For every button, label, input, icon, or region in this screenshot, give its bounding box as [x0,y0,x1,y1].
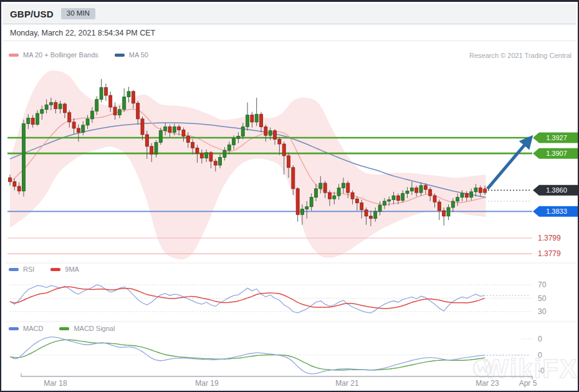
chart-datetime: Monday, March 22, 2021 8:54:34 PM CET [10,29,155,37]
price-tag-label: 1.3860 [546,186,567,194]
price-tag-label: 1.3833 [546,208,567,215]
price-tag-1.3927: 1.3927 [533,133,579,143]
x-axis: Mar 18Mar 19Mar 21Mar 23Apr 5 [21,373,537,388]
chart-header: GBP/USD 30 MIN [2,4,577,24]
legend-label: 9MA [65,265,79,273]
x-axis-label-mar-19: Mar 19 [195,379,219,388]
legend-label: MACD Signal [74,325,115,332]
macd-panel: 00-0 [10,335,545,376]
macd-signal-swatch [59,327,69,330]
x-axis-label-mar-21: Mar 21 [335,379,359,388]
macd-tick-label: 0 [538,335,542,343]
main-legend: MA 20 + Bollinger Bands MA 50 [9,51,165,59]
macd-line [10,337,485,374]
rsi-legend: RSI 9MA [9,265,95,273]
legend-item-rsi: RSI [9,265,34,273]
legend-item-macd-signal: MACD Signal [59,325,115,332]
candle-down [438,199,441,220]
date-row: Monday, March 22, 2021 8:54:34 PM CET [2,25,577,41]
candle-up [246,102,249,130]
timeframe-badge: 30 MIN [61,8,95,19]
ma50-swatch [115,54,125,57]
price-tag-1.3833: 1.3833 [533,206,579,217]
candle-down [296,187,299,221]
legend-label: MACD [23,325,43,332]
legend-label: MA 20 + Bollinger Bands [23,51,98,59]
level-label-1.3799: 1.3799 [538,234,561,242]
rsi-swatch [9,268,19,271]
rsi-panel: 705030 [10,280,547,316]
x-axis-label-mar-23: Mar 23 [476,379,499,388]
candle-up [123,88,126,112]
main-price-panel [7,70,532,259]
research-credit: Research © 2021 Trading Central [469,52,572,59]
forecast-arrow [487,138,530,189]
candle-up [22,120,25,196]
bollinger-band-area [10,70,486,259]
last-price-dot [483,188,487,192]
rsi-tick-label: 70 [538,280,547,289]
ma20-bollinger-swatch [9,54,19,57]
candle-up [100,79,103,103]
x-axis-label-mar-18: Mar 18 [44,379,67,388]
legend-item-ma50: MA 50 [115,51,148,59]
price-tag-1.3860: 1.3860 [533,185,579,196]
legend-label: MA 50 [129,51,148,59]
legend-label: RSI [23,265,34,273]
legend-item-ma20-bollinger: MA 20 + Bollinger Bands [9,51,98,59]
legend-item-9ma: 9MA [50,265,79,273]
price-tag-label: 1.3907 [546,150,567,157]
candle-down [104,84,107,101]
price-chart: 1.39271.39071.38601.38331.37991.37797050… [1,2,579,392]
rsi-9ma-swatch [50,268,60,271]
rsi-tick-label: 50 [538,294,547,303]
trading-central-chart-report: 1.39271.39071.38601.38331.37991.37797050… [0,0,579,392]
symbol-title: GBP/USD [10,9,54,19]
x-axis-line [21,373,532,380]
candle-up [255,98,258,126]
rsi-tick-label: 30 [538,307,547,316]
level-label-1.3779: 1.3779 [538,249,561,258]
legend-item-macd: MACD [9,325,43,332]
price-tag-label: 1.3927 [546,134,567,141]
macd-swatch [9,327,19,330]
x-axis-label-apr-5: Apr 5 [519,379,537,388]
price-tag-1.3907: 1.3907 [533,148,579,159]
macd-legend: MACD MACD Signal [9,325,131,332]
